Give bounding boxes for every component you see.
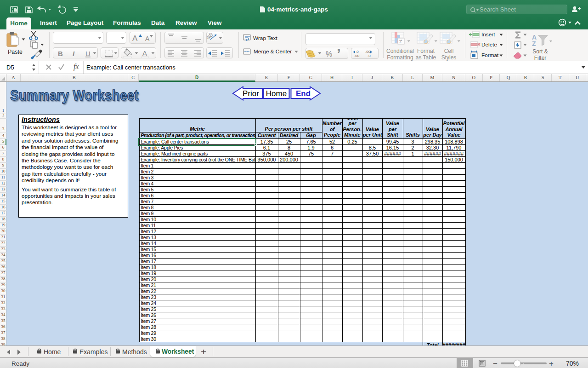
svg-text:%: % bbox=[326, 50, 332, 58]
svg-text:I: I bbox=[73, 50, 75, 58]
svg-text:A: A bbox=[145, 35, 150, 42]
svg-text:A: A bbox=[132, 34, 138, 43]
svg-text:A: A bbox=[142, 49, 147, 57]
svg-text:Z: Z bbox=[532, 40, 536, 47]
svg-text:.00: .00 bbox=[354, 54, 360, 58]
svg-text:U: U bbox=[85, 50, 90, 58]
svg-text:≠: ≠ bbox=[399, 38, 402, 45]
svg-text:ab: ab bbox=[205, 31, 215, 41]
svg-text:’: ’ bbox=[337, 46, 341, 61]
svg-text:.00: .00 bbox=[365, 50, 371, 54]
svg-text:.0: .0 bbox=[368, 54, 371, 58]
svg-text:.0: .0 bbox=[356, 50, 359, 54]
svg-text:B: B bbox=[58, 50, 63, 58]
